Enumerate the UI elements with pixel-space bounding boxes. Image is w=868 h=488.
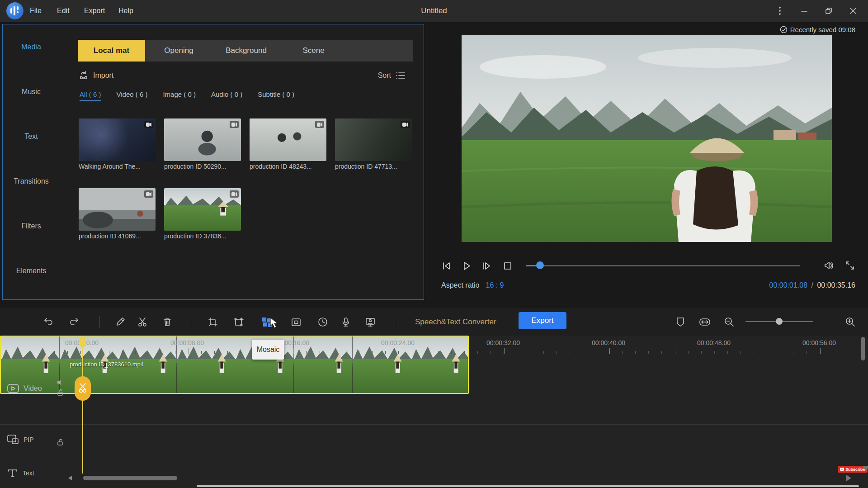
seek-bar[interactable] [526, 265, 800, 266]
sidebar-item-media[interactable]: Media [3, 24, 60, 69]
seek-handle[interactable] [536, 261, 544, 269]
tab-local-material[interactable]: Local mat [78, 40, 145, 62]
app-logo-icon [6, 2, 24, 19]
marker-tag-button[interactable] [672, 313, 689, 331]
edit-toolbar: Speech&Text Converter Export [0, 308, 868, 336]
library-tab-bar: Local mat Opening Background Scene [78, 40, 413, 62]
media-item[interactable]: production ID 47713... [335, 118, 412, 170]
volume-icon[interactable] [821, 259, 837, 272]
playhead-line[interactable] [82, 338, 83, 474]
fit-timeline-button[interactable] [696, 313, 713, 331]
text-track-icon [7, 469, 18, 478]
tab-opening[interactable]: Opening [145, 40, 212, 62]
saved-check-icon [780, 26, 788, 33]
undo-button[interactable] [40, 313, 57, 331]
preview-player[interactable] [462, 35, 832, 242]
subscribe-play-icon [840, 468, 844, 471]
crop-button[interactable] [204, 313, 222, 331]
media-item-name: production ID 47713... [335, 163, 412, 170]
sidebar-item-transitions[interactable]: Transitions [3, 159, 60, 204]
screen-record-button[interactable] [362, 313, 379, 331]
zoom-in-button[interactable] [842, 313, 859, 331]
sidebar-item-music[interactable]: Music [3, 69, 60, 114]
media-item-name: production ID 50290... [164, 163, 241, 170]
menu-help[interactable]: Help [112, 0, 140, 22]
media-item[interactable]: production ID 48243... [250, 118, 326, 170]
edit-pencil-button[interactable] [112, 313, 129, 331]
sidebar-item-elements[interactable]: Elements [3, 248, 60, 293]
media-item[interactable]: production ID 41069... [79, 188, 156, 240]
media-item[interactable]: production ID 50290... [164, 118, 241, 170]
timeline-zoom-handle[interactable] [776, 318, 783, 325]
ruler-label: 00:00:40.00 [592, 339, 625, 346]
voiceover-mic-button[interactable] [337, 313, 354, 331]
import-button[interactable]: Import [79, 69, 113, 82]
zoom-out-button[interactable] [721, 313, 738, 331]
clip-name: production ID_3783610.mp4 [70, 361, 144, 368]
filter-video[interactable]: Video ( 6 ) [117, 90, 148, 101]
menu-edit[interactable]: Edit [51, 0, 76, 22]
clip-split-scissors-badge[interactable] [75, 376, 91, 401]
media-item[interactable]: Walking Around The... [79, 118, 156, 170]
filter-audio[interactable]: Audio ( 0 ) [211, 90, 242, 101]
media-item-name: Walking Around The... [79, 163, 156, 170]
overlay-triangle [846, 475, 851, 481]
video-type-icon [230, 190, 239, 198]
hscroll-left-arrow[interactable] [68, 476, 72, 480]
speech-text-converter-button[interactable]: Speech&Text Converter [415, 313, 496, 331]
play-button[interactable] [459, 259, 474, 273]
stop-button[interactable] [500, 259, 515, 273]
sort-button[interactable]: Sort [378, 69, 406, 82]
track-lock-icon[interactable] [57, 439, 63, 447]
sidebar-item-filters[interactable]: Filters [3, 204, 60, 248]
video-type-icon [144, 190, 153, 198]
video-type-icon [315, 121, 324, 128]
minimize-button[interactable] [794, 0, 815, 22]
freeze-frame-button[interactable] [231, 313, 248, 331]
media-filter-row: All ( 6 ) Video ( 6 ) Image ( 0 ) Audio … [80, 90, 294, 101]
media-thumbnail [79, 188, 156, 231]
menu-export[interactable]: Export [78, 0, 111, 22]
track-mute-icon[interactable] [57, 379, 63, 387]
delete-trash-button[interactable] [159, 313, 176, 331]
previous-frame-button[interactable] [439, 259, 454, 273]
import-label: Import [93, 71, 113, 80]
media-thumbnail [164, 118, 241, 161]
video-type-icon [144, 121, 153, 128]
media-item[interactable]: production ID 37836... [164, 188, 241, 240]
save-status: Recently saved 09:08 [780, 26, 855, 33]
media-thumbnail [335, 118, 412, 161]
redo-button[interactable] [66, 313, 83, 331]
next-frame-button[interactable] [479, 259, 494, 273]
duration-clock-button[interactable] [314, 313, 331, 331]
tab-background[interactable]: Background [212, 40, 280, 62]
export-button[interactable]: Export [519, 312, 566, 329]
split-scissors-button[interactable] [134, 313, 151, 331]
rail-divider [60, 62, 60, 299]
aspect-ratio-row[interactable]: Aspect ratio 16 : 9 [441, 281, 504, 289]
filter-subtitle[interactable]: Subtitle ( 0 ) [258, 90, 294, 101]
time-separator: / [811, 281, 813, 289]
maximize-button[interactable] [818, 0, 839, 22]
filter-all[interactable]: All ( 6 ) [80, 90, 101, 101]
title-bar: File Edit Export Help Untitled [0, 0, 868, 22]
overlay-button[interactable] [288, 313, 305, 331]
mouse-cursor [269, 317, 279, 329]
horizontal-scrollbar[interactable] [83, 476, 177, 480]
video-type-icon [401, 121, 410, 128]
playhead-handle[interactable] [80, 337, 86, 346]
sidebar-item-text[interactable]: Text [3, 114, 60, 159]
tab-scene[interactable]: Scene [280, 40, 347, 62]
sort-label: Sort [378, 71, 391, 80]
total-time: 00:00:35.16 [817, 281, 855, 289]
more-options-icon[interactable] [769, 0, 790, 22]
close-button[interactable] [843, 0, 863, 22]
media-thumbnail [164, 188, 241, 231]
timecode: 00:00:01.08 / 00:00:35.16 [769, 281, 855, 289]
pip-track-icon [7, 434, 19, 445]
menu-file[interactable]: File [24, 0, 48, 22]
fullscreen-icon[interactable] [842, 259, 858, 272]
track-lock-icon[interactable] [57, 389, 63, 398]
filter-image[interactable]: Image ( 0 ) [163, 90, 196, 101]
vertical-scrollbar[interactable] [861, 337, 865, 360]
